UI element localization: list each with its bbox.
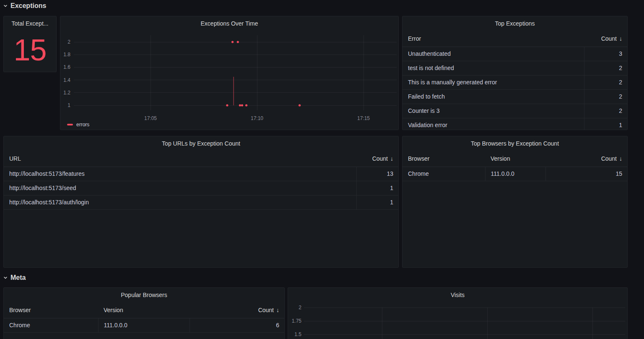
table-cell: 111.0.0.0	[485, 167, 545, 181]
sort-desc-icon: ↓	[619, 155, 622, 162]
top-browsers-table: BrowserVersionCount↓Chrome111.0.0.015	[402, 151, 628, 181]
data-point	[226, 104, 228, 106]
svg-text:1.6: 1.6	[63, 64, 70, 70]
table-cell: 1	[584, 118, 628, 130]
table-header-row: BrowserVersionCount↓	[4, 302, 285, 318]
table-header-row: ErrorCount↓	[402, 31, 628, 47]
table-cell: 2	[584, 61, 628, 75]
table-cell: 1	[356, 181, 399, 195]
table-cell: 111.0.0.0	[98, 318, 190, 332]
table-row: Counter is 32	[402, 104, 628, 118]
chevron-down-icon	[3, 276, 8, 280]
data-point	[231, 41, 234, 43]
section-header-exceptions[interactable]: Exceptions	[3, 2, 46, 10]
column-header-version[interactable]: Version	[485, 151, 545, 167]
popular-browsers-table: BrowserVersionCount↓Chrome111.0.0.06	[4, 302, 285, 333]
table-cell: Validation error	[402, 118, 584, 130]
legend-series-label: errors	[76, 122, 89, 128]
table-row: Chrome111.0.0.06	[4, 318, 285, 332]
panel-title[interactable]: Exceptions Over Time	[60, 16, 398, 31]
column-header-count[interactable]: Count↓	[584, 31, 628, 47]
table-cell: 15	[545, 167, 628, 181]
section-header-meta[interactable]: Meta	[3, 274, 26, 282]
table-cell: 2	[584, 104, 628, 118]
table-cell: Counter is 3	[402, 104, 584, 118]
panel-top-browsers: Top Browsers by Exception Count BrowserV…	[402, 136, 628, 268]
panel-top-urls: Top URLs by Exception Count URLCount↓htt…	[3, 136, 399, 268]
data-point	[245, 104, 247, 106]
gridlines	[74, 35, 397, 110]
table-cell: http://localhost:5173/seed	[4, 181, 356, 195]
table-row: Validation error1	[402, 118, 628, 130]
table-cell: 2	[584, 89, 628, 104]
section-label: Meta	[10, 274, 26, 282]
data-point	[299, 104, 301, 106]
svg-text:17:05: 17:05	[144, 115, 157, 121]
svg-text:17:15: 17:15	[357, 115, 370, 121]
panel-title[interactable]: Top Browsers by Exception Count	[402, 136, 627, 151]
table-cell: Chrome	[4, 318, 98, 332]
svg-text:1.4: 1.4	[63, 77, 70, 83]
top-exceptions-table: ErrorCount↓Unauthenticated3test is not d…	[402, 31, 628, 130]
data-point	[239, 104, 241, 106]
time-series-canvas[interactable]: 11.21.41.61.8217:0517:1017:15	[60, 16, 399, 130]
svg-text:1.8: 1.8	[63, 52, 70, 57]
table-row: This is a manually generated error2	[402, 75, 628, 89]
section-label: Exceptions	[10, 2, 46, 10]
svg-text:1.5: 1.5	[294, 331, 301, 337]
table-row: test is not defined2	[402, 61, 628, 75]
sort-desc-icon: ↓	[390, 155, 393, 162]
table-cell: Failed to fetch	[402, 89, 584, 104]
exceptions-over-time-plot[interactable]: 11.21.41.61.8217:0517:1017:15	[60, 16, 398, 130]
top-urls-table: URLCount↓http://localhost:5173/features1…	[4, 151, 399, 210]
table-cell: Chrome	[402, 167, 485, 181]
table-cell: http://localhost:5173/features	[4, 167, 356, 181]
column-header-count[interactable]: Count↓	[356, 151, 399, 167]
sort-desc-icon: ↓	[619, 35, 622, 42]
panel-title[interactable]: Popular Browsers	[4, 288, 284, 302]
panel-total-exceptions: Total Except... 15	[3, 16, 57, 72]
table-cell: 13	[356, 167, 399, 181]
table-row: Failed to fetch2	[402, 89, 628, 104]
table-cell: 3	[584, 47, 628, 61]
panel-title[interactable]: Top URLs by Exception Count	[4, 136, 398, 151]
svg-text:2: 2	[68, 39, 70, 45]
table-cell: 6	[190, 318, 285, 332]
column-header-version[interactable]: Version	[98, 302, 190, 318]
column-header-count[interactable]: Count↓	[190, 302, 285, 318]
table-cell: http://localhost:5173/auth/login	[4, 195, 356, 209]
panel-visits: 21.751.5 Visits	[288, 287, 628, 339]
table-cell: test is not defined	[402, 61, 584, 75]
table-cell: 1	[356, 195, 399, 209]
panel-exceptions-over-time: 11.21.41.61.8217:0517:1017:15 Exceptions…	[60, 16, 399, 130]
table-header-row: URLCount↓	[4, 151, 399, 167]
table-cell: Unauthenticated	[402, 47, 584, 61]
table-cell: 2	[584, 75, 628, 89]
axis-labels: 21.751.5	[292, 305, 302, 337]
svg-text:17:10: 17:10	[251, 115, 263, 121]
chevron-down-icon	[3, 4, 8, 8]
column-header-url[interactable]: URL	[4, 151, 356, 167]
table-row: http://localhost:5173/seed1	[4, 181, 399, 195]
panel-title[interactable]: Top Exceptions	[402, 16, 627, 31]
svg-text:2: 2	[299, 305, 301, 310]
legend-item-errors[interactable]: errors	[67, 122, 89, 128]
svg-text:1.2: 1.2	[63, 90, 70, 96]
legend-color-swatch	[67, 124, 73, 125]
column-header-error[interactable]: Error	[402, 31, 584, 47]
svg-text:1.75: 1.75	[292, 318, 302, 324]
data-point	[237, 41, 239, 43]
column-header-count[interactable]: Count↓	[545, 151, 628, 167]
column-header-browser[interactable]: Browser	[402, 151, 485, 167]
gridlines	[304, 308, 625, 339]
table-row: Chrome111.0.0.015	[402, 167, 628, 181]
table-cell: This is a manually generated error	[402, 75, 584, 89]
stat-value: 15	[4, 31, 56, 69]
data-point	[241, 104, 243, 106]
panel-title[interactable]: Total Except...	[4, 16, 56, 31]
series-errors	[226, 41, 301, 106]
panel-title[interactable]: Visits	[288, 288, 627, 302]
sort-desc-icon: ↓	[276, 307, 279, 313]
table-row: http://localhost:5173/features13	[4, 167, 399, 181]
column-header-browser[interactable]: Browser	[4, 302, 98, 318]
